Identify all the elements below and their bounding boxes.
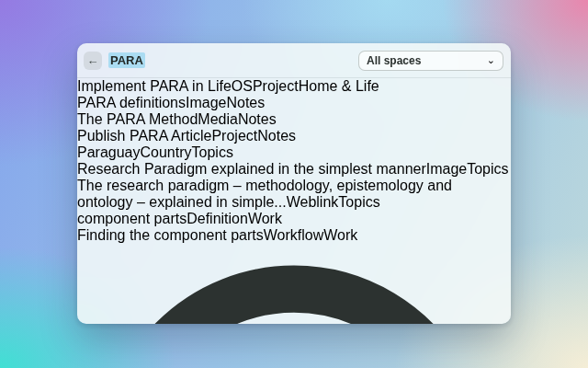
status-badge: Notes: [226, 95, 265, 110]
list-item[interactable]: PARA definitionsImageNotes: [77, 95, 511, 111]
list-item-title: Research Paradigm explained in the simpl…: [77, 161, 426, 177]
list-item[interactable]: The PARA MethodMediaNotes: [77, 111, 511, 128]
list-item-badges: ImageTopics: [426, 161, 509, 177]
spaces-dropdown-label: All spaces: [367, 54, 487, 67]
list-item[interactable]: Research Paradigm explained in the simpl…: [77, 161, 511, 178]
status-badge: Workflow: [264, 227, 324, 243]
status-badge: Country: [141, 144, 192, 160]
list-item-badges: MediaNotes: [198, 111, 276, 127]
list-item-title: Publish PARA Article: [77, 128, 211, 144]
list-item-badges: WeblinkTopics: [287, 194, 380, 210]
status-badge: Image: [186, 95, 226, 110]
list-item-title: Paraguay: [77, 144, 141, 160]
search-input[interactable]: PARA: [108, 53, 145, 67]
status-badge: Home & Life: [299, 78, 379, 94]
list-item-title: PARA definitions: [77, 95, 186, 110]
spaces-dropdown[interactable]: All spaces ⌄: [358, 51, 503, 71]
capacities-logo-icon: [77, 244, 511, 324]
list-item-title: Implement PARA in LifeOS: [77, 78, 253, 94]
status-badge: Topics: [338, 194, 379, 210]
list-item[interactable]: component partsDefinitionWork: [77, 211, 511, 227]
list-item[interactable]: Implement PARA in LifeOSProjectHome & Li…: [77, 78, 511, 95]
list-item[interactable]: Finding the component partsWorkflowWork: [77, 227, 511, 244]
search-query-selected-text: PARA: [108, 52, 145, 68]
chevron-down-icon: ⌄: [487, 54, 495, 66]
status-badge: Definition: [187, 211, 248, 226]
status-badge: Topics: [467, 161, 508, 177]
status-badge: Image: [426, 161, 467, 177]
footer-bar: Search content Open in Capacities ↵ | Ac…: [77, 244, 511, 324]
list-item-badges: ProjectNotes: [211, 128, 296, 144]
status-badge: Media: [198, 111, 238, 127]
list-item-title: The research paradigm – methodology, epi…: [77, 178, 452, 210]
list-item-badges: ProjectHome & Life: [253, 78, 379, 94]
list-item[interactable]: ParaguayCountryTopics: [77, 144, 511, 161]
status-badge: Work: [248, 211, 282, 226]
list-item[interactable]: The research paradigm – methodology, epi…: [77, 178, 511, 211]
status-badge: Topics: [192, 144, 233, 160]
list-item[interactable]: Publish PARA ArticleProjectNotes: [77, 128, 511, 144]
status-badge: Project: [253, 78, 299, 94]
list-item-badges: CountryTopics: [141, 144, 233, 160]
list-item-title: component parts: [77, 211, 187, 226]
status-badge: Notes: [238, 111, 277, 127]
status-badge: Work: [323, 227, 357, 243]
search-results-list: Implement PARA in LifeOSProjectHome & Li…: [77, 78, 511, 244]
status-badge: Project: [211, 128, 257, 144]
list-item-badges: WorkflowWork: [264, 227, 358, 243]
back-arrow-icon: ←: [87, 53, 99, 67]
status-badge: Notes: [257, 128, 296, 144]
list-item-badges: ImageNotes: [186, 95, 265, 110]
quick-search-panel: ← PARA All spaces ⌄ Implement PARA in Li…: [77, 43, 511, 324]
status-badge: Weblink: [287, 194, 339, 210]
list-item-title: The PARA Method: [77, 111, 198, 127]
list-item-title: Finding the component parts: [77, 227, 264, 243]
list-item-badges: DefinitionWork: [187, 211, 282, 226]
back-button[interactable]: ←: [84, 52, 102, 70]
search-header: ← PARA All spaces ⌄: [77, 43, 511, 78]
